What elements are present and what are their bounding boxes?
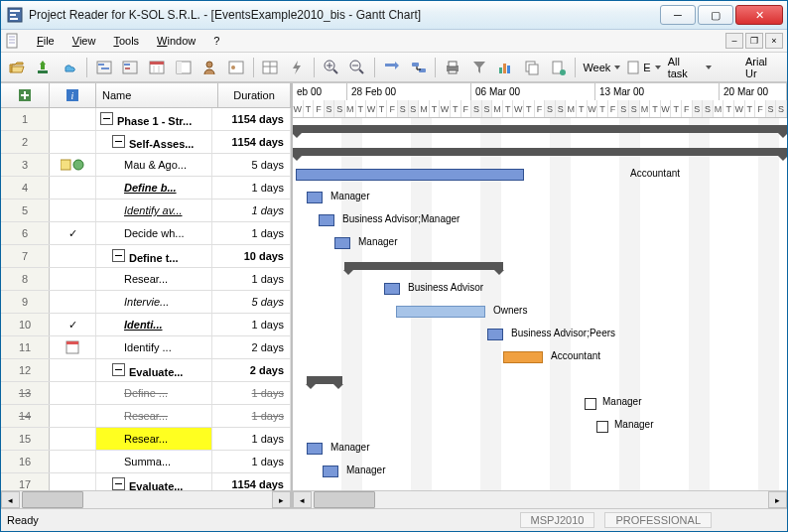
duration-header[interactable]: Duration [218, 83, 291, 107]
row-number[interactable]: 9 [1, 291, 50, 313]
task-bar[interactable] [503, 351, 543, 363]
bolt-icon[interactable] [285, 56, 309, 79]
summary-bar[interactable] [293, 148, 787, 156]
cloud-icon[interactable] [58, 56, 81, 79]
row-number[interactable]: 17 [1, 473, 50, 490]
summary-bar[interactable] [344, 262, 503, 270]
print-icon[interactable] [441, 56, 464, 79]
table-row[interactable]: 17Evaluate...1154 days [1, 473, 291, 490]
goto-task-icon[interactable] [380, 56, 404, 79]
table-row[interactable]: 2Self-Asses...1154 days [1, 131, 291, 154]
collapse-icon[interactable] [112, 249, 125, 262]
table-row[interactable]: 1Phase 1 - Str...1154 days [1, 108, 291, 131]
row-number[interactable]: 10 [1, 314, 50, 335]
scroll-thumb[interactable] [314, 491, 375, 508]
task-name-cell[interactable]: Resear... [96, 268, 212, 290]
table-row[interactable]: 12Evaluate...2 days [1, 359, 291, 382]
collapse-icon[interactable] [100, 112, 113, 125]
table-row[interactable]: 7Define t...10 days [1, 245, 291, 268]
mdi-restore-button[interactable]: ❐ [745, 33, 763, 49]
row-number[interactable]: 1 [1, 108, 50, 130]
menu-window[interactable]: Window [149, 33, 203, 49]
blank-button[interactable] [717, 56, 740, 79]
menu-file[interactable]: File [29, 33, 63, 49]
task-bar[interactable] [319, 214, 334, 226]
table-row[interactable]: 5Identify av...1 days [1, 200, 291, 222]
copy-icon[interactable] [520, 56, 544, 79]
gantt-hscrollbar[interactable]: ◂ ▸ [293, 490, 787, 508]
calendar-icon[interactable] [145, 56, 169, 79]
save-icon[interactable] [32, 56, 56, 79]
task-usage-icon[interactable] [172, 56, 196, 79]
task-bar[interactable] [323, 466, 338, 477]
task-bar[interactable] [384, 283, 400, 295]
task-name-cell[interactable]: Identify av... [96, 200, 212, 221]
scroll-left-icon[interactable]: ◂ [293, 491, 312, 508]
task-bar[interactable] [487, 329, 503, 340]
summary-bar[interactable] [307, 376, 342, 384]
task-name-cell[interactable]: Self-Asses... [96, 131, 212, 153]
task-name-cell[interactable]: Resear... [96, 405, 212, 427]
table-row[interactable]: 16Summa...1 days [1, 451, 291, 473]
task-bar[interactable] [396, 306, 485, 318]
zoom-in-icon[interactable] [320, 56, 343, 79]
row-number[interactable]: 4 [1, 177, 50, 199]
table-row[interactable]: 10✓Identi...1 days [1, 314, 291, 336]
table-row[interactable]: 3Mau & Ago...5 days [1, 154, 291, 177]
task-bar[interactable] [307, 192, 323, 203]
task-bar[interactable] [334, 237, 350, 249]
task-name-cell[interactable]: Evaluate... [96, 359, 212, 381]
task-name-cell[interactable]: Resear... [96, 428, 212, 450]
filter-icon[interactable] [467, 56, 491, 79]
menu-tools[interactable]: Tools [105, 33, 147, 49]
mdi-close-button[interactable]: × [765, 33, 783, 49]
table-row[interactable]: 6✓Decide wh...1 days [1, 222, 291, 245]
table-row[interactable]: 4Define b...1 days [1, 177, 291, 200]
menu-view[interactable]: View [65, 33, 104, 49]
row-number[interactable]: 7 [1, 245, 50, 267]
mdi-minimize-button[interactable]: – [725, 33, 743, 49]
table-row[interactable]: 15Resear...1 days [1, 428, 291, 451]
task-name-cell[interactable]: Summa... [96, 451, 212, 472]
milestone-marker[interactable] [596, 421, 608, 433]
grid-hscrollbar[interactable]: ◂ ▸ [1, 490, 291, 508]
task-bar[interactable] [296, 169, 524, 181]
task-name-cell[interactable]: Define t... [96, 245, 212, 267]
row-number[interactable]: 15 [1, 428, 50, 450]
collapse-icon[interactable] [112, 135, 125, 148]
collapse-icon[interactable] [112, 477, 125, 490]
task-bar[interactable] [307, 443, 323, 455]
row-number[interactable]: 11 [1, 336, 50, 358]
collapse-icon[interactable] [112, 363, 125, 376]
task-name-cell[interactable]: Decide wh... [96, 222, 212, 244]
scroll-right-icon[interactable]: ▸ [768, 491, 787, 508]
row-number[interactable]: 12 [1, 359, 50, 381]
resource-icon[interactable] [197, 56, 221, 79]
task-name-cell[interactable]: Identify ... [96, 336, 212, 358]
scroll-thumb[interactable] [22, 491, 83, 508]
table-row[interactable]: 11Identify ...2 days [1, 336, 291, 359]
milestone-marker[interactable] [585, 398, 596, 410]
gantt-body[interactable]: AccountantManagerBusiness Advisor;Manage… [293, 118, 787, 490]
grid-corner[interactable] [1, 83, 50, 107]
link-icon[interactable] [407, 56, 431, 79]
table-row[interactable]: 14Resear...1 days [1, 405, 291, 428]
task-name-cell[interactable]: Mau & Ago... [96, 154, 212, 176]
task-name-cell[interactable]: Evaluate... [96, 473, 212, 490]
row-number[interactable]: 3 [1, 154, 50, 176]
tracking-gantt-icon[interactable] [118, 56, 142, 79]
row-number[interactable]: 14 [1, 405, 50, 427]
info-header[interactable]: i [50, 83, 96, 107]
resource-usage-icon[interactable] [224, 56, 248, 79]
close-button[interactable]: ✕ [735, 5, 783, 25]
task-name-cell[interactable]: Identi... [96, 314, 212, 335]
row-number[interactable]: 2 [1, 131, 50, 153]
row-number[interactable]: 8 [1, 268, 50, 290]
task-name-cell[interactable]: Phase 1 - Str... [96, 108, 212, 130]
maximize-button[interactable]: ▢ [698, 5, 733, 25]
e-picker[interactable]: E [625, 61, 662, 74]
chart-icon[interactable] [494, 56, 518, 79]
menu-help[interactable]: ? [205, 33, 227, 49]
timescale-picker[interactable]: Week [581, 62, 622, 73]
task-name-cell[interactable]: Define b... [96, 177, 212, 199]
